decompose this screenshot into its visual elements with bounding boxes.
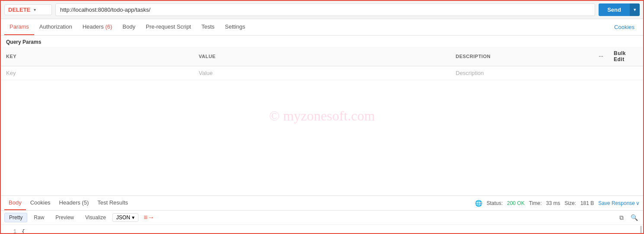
response-body: 1 { 2 "result": true 3 } [1, 225, 643, 234]
request-tabs: Params Authorization Headers (6) Body Pr… [1, 19, 643, 36]
response-headers-count: (5) [82, 199, 89, 206]
json-label: JSON [116, 214, 130, 221]
table-row-placeholder: Key Value Description [1, 66, 643, 80]
code-content-1: { [22, 228, 25, 234]
search-button[interactable]: 🔍 [629, 213, 640, 222]
request-area: Query Params KEY VALUE DESCRIPTION ··· B… [1, 36, 643, 196]
tab-params[interactable]: Params [4, 19, 34, 35]
response-tab-headers[interactable]: Headers (5) [55, 196, 93, 210]
key-cell-placeholder[interactable]: Key [1, 66, 194, 80]
description-cell-placeholder[interactable]: Description [451, 66, 594, 80]
format-icons: ⧉ 🔍 [618, 213, 640, 222]
time-value: 33 ms [546, 200, 561, 206]
response-tab-test-results[interactable]: Test Results [93, 196, 132, 210]
cookies-link[interactable]: Cookies [609, 20, 640, 35]
send-button-group: Send ▾ [599, 3, 640, 16]
tab-prerequest[interactable]: Pre-request Script [141, 19, 196, 35]
col-header-more[interactable]: ··· [593, 47, 609, 66]
save-response-button[interactable]: Save Response ∨ [598, 200, 640, 206]
value-cell-placeholder[interactable]: Value [194, 66, 451, 80]
more-cell [593, 66, 609, 80]
size-value: 181 B [580, 200, 594, 206]
watermark: © myzonesoft.com [269, 107, 375, 124]
code-editor: 1 { 2 "result": true 3 } [1, 225, 643, 234]
col-header-value: VALUE [194, 47, 451, 66]
wrap-icon[interactable]: ≡→ [144, 214, 154, 221]
method-dropdown-icon: ▾ [34, 7, 36, 12]
tab-body[interactable]: Body [117, 19, 141, 35]
visualize-button[interactable]: Visualize [80, 213, 111, 222]
globe-icon: 🌐 [475, 200, 482, 207]
status-bar: 🌐 Status: 200 OK Time: 33 ms Size: 181 B… [475, 200, 640, 207]
url-input[interactable] [55, 3, 595, 16]
size-label: Size: [564, 200, 576, 206]
top-bar: DELETE ▾ Send ▾ [1, 1, 643, 19]
send-button[interactable]: Send [599, 3, 630, 16]
save-response-label: Save Response [598, 200, 635, 206]
code-line-1: 1 { [1, 228, 643, 234]
status-value: 200 OK [507, 200, 525, 206]
col-header-key: KEY [1, 47, 194, 66]
time-label: Time: [529, 200, 542, 206]
method-selector[interactable]: DELETE ▾ [4, 4, 52, 15]
tab-authorization[interactable]: Authorization [34, 19, 77, 35]
response-tab-cookies[interactable]: Cookies [26, 196, 55, 210]
raw-button[interactable]: Raw [29, 213, 49, 222]
copy-button[interactable]: ⧉ [618, 213, 625, 222]
headers-count: (6) [105, 23, 112, 30]
save-response-arrow: ∨ [636, 200, 640, 206]
status-label: Status: [487, 200, 503, 206]
send-dropdown-button[interactable]: ▾ [630, 3, 640, 16]
pretty-button[interactable]: Pretty [4, 213, 27, 222]
tab-tests[interactable]: Tests [196, 19, 220, 35]
scrollbar-thumb [640, 226, 642, 234]
scrollbar[interactable] [640, 226, 642, 234]
bulk-cell [609, 66, 643, 80]
response-tab-body[interactable]: Body [4, 196, 26, 210]
json-arrow-icon: ▾ [132, 214, 135, 221]
response-tabs: Body Cookies Headers (5) Test Results 🌐 … [1, 196, 643, 211]
preview-button[interactable]: Preview [51, 213, 79, 222]
params-table: KEY VALUE DESCRIPTION ··· Bulk Edit Key … [1, 47, 643, 80]
bulk-edit-button[interactable]: Bulk Edit [609, 47, 643, 66]
format-bar: Pretty Raw Preview Visualize JSON ▾ ≡→ ⧉… [1, 211, 643, 225]
tab-settings[interactable]: Settings [220, 19, 250, 35]
col-header-description: DESCRIPTION [451, 47, 594, 66]
query-params-label: Query Params [1, 36, 643, 47]
method-label: DELETE [8, 6, 30, 13]
tab-headers[interactable]: Headers (6) [77, 19, 118, 35]
line-num-1: 1 [4, 228, 16, 234]
format-type-selector[interactable]: JSON ▾ [112, 213, 138, 222]
